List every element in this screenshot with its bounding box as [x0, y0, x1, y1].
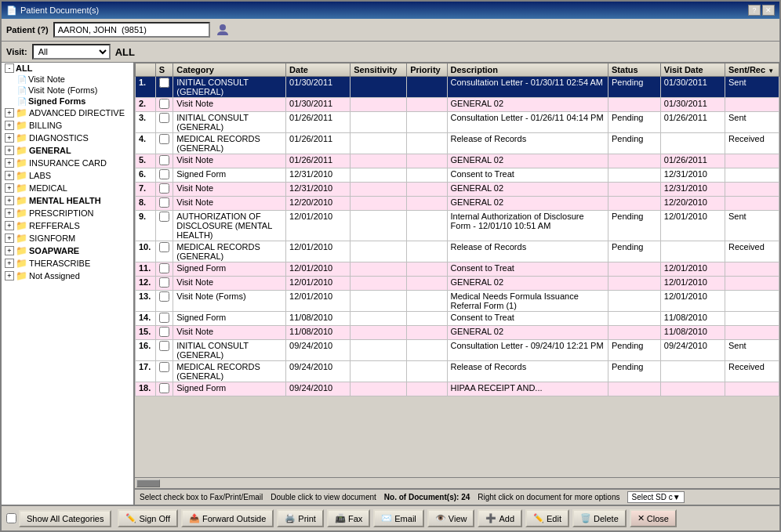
- cell-checkbox[interactable]: [155, 340, 173, 361]
- cell-checkbox[interactable]: [155, 262, 173, 277]
- cell-checkbox[interactable]: [155, 277, 173, 291]
- sidebar-item-visit-note-forms[interactable]: 📄 Visit Note (Forms): [2, 85, 133, 96]
- table-row[interactable]: 3. INITIAL CONSULT (GENERAL) 01/26/2011 …: [136, 112, 779, 133]
- cell-checkbox[interactable]: [155, 197, 173, 211]
- close-button[interactable]: ✕: [762, 5, 775, 16]
- cell-checkbox[interactable]: [155, 361, 173, 382]
- print-button[interactable]: 🖨️ Print: [277, 509, 324, 527]
- sidebar-item-therascribe[interactable]: + 📁 THERASCRIBE: [2, 257, 133, 270]
- patient-input[interactable]: [53, 22, 210, 38]
- cell-checkbox[interactable]: [155, 382, 173, 396]
- cell-checkbox[interactable]: [155, 154, 173, 168]
- expander-advanced-directive[interactable]: +: [5, 108, 14, 118]
- cell-checkbox[interactable]: [155, 168, 173, 183]
- sidebar-item-not-assigned[interactable]: + 📁 Not Assigned: [2, 270, 133, 282]
- sidebar-item-soapware[interactable]: + 📁 SOAPWARE: [2, 244, 133, 257]
- cell-checkbox[interactable]: [155, 312, 173, 326]
- email-icon: ✉️: [381, 513, 392, 523]
- table-row[interactable]: 17. MEDICAL RECORDS (GENERAL) 09/24/2010…: [136, 361, 779, 382]
- sidebar-item-mental-health[interactable]: + 📁 MENTAL HEALTH: [2, 194, 133, 207]
- expander-all[interactable]: -: [5, 63, 14, 73]
- table-row[interactable]: 18. Signed Form 09/24/2010 HIPAA RECEIPT…: [136, 382, 779, 396]
- sidebar-item-visit-note[interactable]: 📄 Visit Note: [2, 74, 133, 85]
- col-header-description[interactable]: Description: [447, 63, 608, 77]
- delete-button[interactable]: 🗑️ Delete: [572, 509, 627, 527]
- sidebar-item-diagnostics[interactable]: + 📁 DIAGNOSTICS: [2, 132, 133, 144]
- cell-checkbox[interactable]: [155, 291, 173, 312]
- expander-soapware[interactable]: +: [5, 246, 14, 255]
- expander-not-assigned[interactable]: +: [5, 271, 14, 280]
- table-row[interactable]: 16. INITIAL CONSULT (GENERAL) 09/24/2010…: [136, 340, 779, 361]
- cell-checkbox[interactable]: [155, 133, 173, 154]
- forward-outside-button[interactable]: 📤 Forward Outside: [181, 509, 274, 527]
- col-header-category[interactable]: Category: [173, 63, 286, 77]
- col-header-sensitivity[interactable]: Sensitivity: [351, 63, 407, 77]
- sidebar-item-billing[interactable]: + 📁 BILLING: [2, 119, 133, 132]
- fax-button[interactable]: 📠 Fax: [327, 509, 370, 527]
- expander-labs[interactable]: +: [5, 171, 14, 180]
- table-row[interactable]: 9. AUTHORIZATION OF DISCLOSURE (MENTAL H…: [136, 211, 779, 241]
- cell-checkbox[interactable]: [155, 77, 173, 98]
- table-row[interactable]: 4. MEDICAL RECORDS (GENERAL) 01/26/2011 …: [136, 133, 779, 154]
- table-row[interactable]: 6. Signed Form 12/31/2010 Consent to Tre…: [136, 168, 779, 183]
- expander-mental-health[interactable]: +: [5, 196, 14, 205]
- table-row[interactable]: 2. Visit Note 01/30/2011 GENERAL 02 01/3…: [136, 98, 779, 112]
- sidebar-item-refferals[interactable]: + 📁 REFFERALS: [2, 219, 133, 232]
- table-row[interactable]: 12. Visit Note 12/01/2010 GENERAL 02 12/…: [136, 277, 779, 291]
- expander-medical[interactable]: +: [5, 183, 14, 193]
- col-header-priority[interactable]: Priority: [407, 63, 447, 77]
- visit-select[interactable]: All: [32, 44, 111, 60]
- all-header-label: ALL: [115, 46, 135, 58]
- expander-signform[interactable]: +: [5, 233, 14, 243]
- expander-diagnostics[interactable]: +: [5, 133, 14, 143]
- sidebar-item-signed-forms[interactable]: 📄 Signed Forms: [2, 96, 133, 107]
- show-all-button[interactable]: Show All Categories: [19, 510, 111, 527]
- col-header-date[interactable]: Date: [286, 63, 351, 77]
- col-header-sent-rec[interactable]: Sent/Rec ▼: [725, 63, 779, 77]
- cell-checkbox[interactable]: [155, 183, 173, 197]
- select-sd-label[interactable]: Select SD c▼: [627, 491, 684, 503]
- expander-general[interactable]: +: [5, 146, 14, 155]
- sidebar-item-general[interactable]: + 📁 GENERAL: [2, 144, 133, 157]
- expander-prescription[interactable]: +: [5, 208, 14, 218]
- sidebar-label-general: GENERAL: [29, 146, 71, 155]
- view-button[interactable]: 👁️ View: [427, 509, 475, 527]
- cell-checkbox[interactable]: [155, 98, 173, 112]
- edit-button[interactable]: ✏️ Edit: [525, 509, 569, 527]
- cell-checkbox[interactable]: [155, 326, 173, 340]
- sidebar-item-all[interactable]: - ALL: [2, 63, 133, 74]
- sidebar-item-insurance-card[interactable]: + 📁 INSURANCE CARD: [2, 157, 133, 169]
- cell-checkbox[interactable]: [155, 112, 173, 133]
- cell-checkbox[interactable]: [155, 241, 173, 262]
- horizontal-scrollbar[interactable]: [135, 477, 779, 488]
- cell-checkbox[interactable]: [155, 211, 173, 241]
- expander-insurance-card[interactable]: +: [5, 158, 14, 168]
- sidebar-item-advanced-directive[interactable]: + 📁 ADVANCED DIRECTIVE: [2, 107, 133, 119]
- sidebar-item-signform[interactable]: + 📁 SIGNFORM: [2, 232, 133, 244]
- sidebar-item-prescription[interactable]: + 📁 PRESCRIPTION: [2, 207, 133, 219]
- table-row[interactable]: 8. Visit Note 12/20/2010 GENERAL 02 12/2…: [136, 197, 779, 211]
- table-row[interactable]: 5. Visit Note 01/26/2011 GENERAL 02 01/2…: [136, 154, 779, 168]
- table-row[interactable]: 7. Visit Note 12/31/2010 GENERAL 02 12/3…: [136, 183, 779, 197]
- sign-off-button[interactable]: ✏️ Sign Off: [118, 509, 178, 527]
- sidebar-item-medical[interactable]: + 📁 MEDICAL: [2, 182, 133, 194]
- doc-table[interactable]: S Category Date Sensitivity Priority Des…: [135, 63, 779, 477]
- col-header-sel[interactable]: S: [155, 63, 173, 77]
- table-row[interactable]: 11. Signed Form 12/01/2010 Consent to Tr…: [136, 262, 779, 277]
- col-header-visit-date[interactable]: Visit Date: [660, 63, 725, 77]
- close-btn[interactable]: ✕ Close: [630, 509, 677, 527]
- sidebar-item-labs[interactable]: + 📁 LABS: [2, 169, 133, 182]
- table-row[interactable]: 10. MEDICAL RECORDS (GENERAL) 12/01/2010…: [136, 241, 779, 262]
- col-header-status[interactable]: Status: [608, 63, 661, 77]
- expander-billing[interactable]: +: [5, 121, 14, 130]
- table-row[interactable]: 15. Visit Note 11/08/2010 GENERAL 02 11/…: [136, 326, 779, 340]
- email-button[interactable]: ✉️ Email: [373, 509, 424, 527]
- table-row[interactable]: 13. Visit Note (Forms) 12/01/2010 Medica…: [136, 291, 779, 312]
- table-row[interactable]: 1. INITIAL CONSULT (GENERAL) 01/30/2011 …: [136, 77, 779, 98]
- help-button[interactable]: ?: [748, 5, 761, 16]
- expander-refferals[interactable]: +: [5, 221, 14, 230]
- table-row[interactable]: 14. Signed Form 11/08/2010 Consent to Tr…: [136, 312, 779, 326]
- expander-therascribe[interactable]: +: [5, 259, 14, 268]
- add-button[interactable]: ➕ Add: [478, 509, 522, 527]
- show-all-checkbox[interactable]: [6, 513, 16, 523]
